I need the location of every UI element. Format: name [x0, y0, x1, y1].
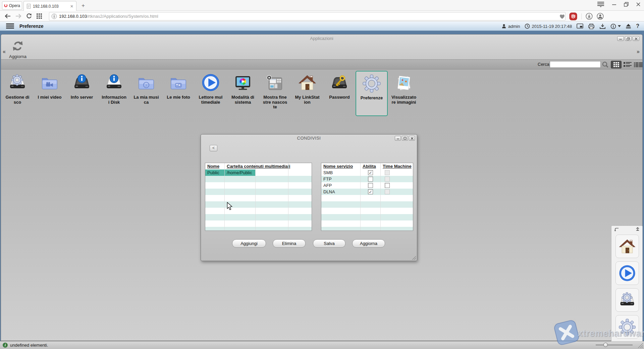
app-my-music[interactable]: ♪ La mia musi ca — [130, 71, 162, 115]
app-disk-info[interactable]: Informazion i Disk — [98, 71, 130, 115]
collapse-left-chevron[interactable]: « — [3, 49, 6, 55]
app-image-viewer[interactable]: Visualizzato re immagini — [388, 71, 420, 115]
info-dropdown-icon[interactable] — [610, 23, 621, 29]
abilita-checkbox-afp[interactable] — [368, 183, 373, 188]
service-row[interactable] — [321, 220, 413, 227]
salva-button[interactable]: Salva — [313, 239, 345, 248]
dialog-close-icon[interactable] — [409, 136, 415, 141]
shares-col-cartella[interactable]: Cartella contenuti multimediali — [225, 163, 256, 169]
dialog-maximize-icon[interactable] — [402, 136, 408, 141]
tab-close-icon[interactable]: ✕ — [70, 4, 73, 9]
restore-icon[interactable] — [624, 2, 629, 7]
services-table[interactable]: Nome servizioAbilitaTime MachineSMB✓FTPA… — [321, 163, 413, 231]
download-tray-icon[interactable] — [599, 23, 606, 29]
service-row[interactable] — [321, 214, 413, 220]
app-my-photos[interactable]: Le mie foto — [162, 71, 195, 115]
share-row[interactable] — [205, 214, 312, 220]
services-col-abilita[interactable]: Abilita — [361, 163, 381, 169]
app-show-hidden-windows[interactable]: Mostra fine stre nascos te — [259, 71, 291, 115]
service-row[interactable]: DLNA✓ — [321, 189, 413, 195]
services-col-timemachine[interactable]: Time Machine — [381, 163, 413, 169]
aggiungi-button[interactable]: Aggiungi — [232, 239, 266, 248]
dock-media-player[interactable] — [615, 261, 639, 285]
share-row[interactable] — [205, 208, 312, 214]
timemachine-checkbox-afp[interactable] — [385, 183, 390, 188]
window-minimize-icon[interactable] — [617, 36, 624, 41]
service-row[interactable] — [321, 227, 413, 231]
site-badge-icon[interactable] — [51, 13, 57, 19]
service-row[interactable] — [321, 208, 413, 214]
app-my-videos[interactable]: I miei video — [34, 71, 66, 115]
app-disk-manager[interactable]: Gestione di sco — [1, 71, 34, 115]
remote-window-icon[interactable] — [577, 23, 583, 29]
app-preferences[interactable]: Preferenze — [356, 71, 388, 116]
abilita-checkbox-dlna[interactable]: ✓ — [368, 189, 373, 194]
dialog-back-button[interactable]: < — [210, 145, 217, 151]
forward-icon[interactable] — [15, 14, 21, 18]
window-restore-icon[interactable] — [625, 36, 632, 41]
share-row[interactable] — [205, 176, 312, 182]
app-system-mode[interactable]: Modalità di sistema — [227, 71, 259, 115]
speeddial-grid-icon[interactable] — [37, 13, 42, 19]
account-icon[interactable] — [597, 13, 604, 20]
dock-disk-manager[interactable] — [615, 288, 639, 312]
app-my-linkstation[interactable]: My LinkStat ion — [291, 71, 323, 115]
service-row[interactable]: AFP — [321, 182, 413, 189]
reload-icon[interactable] — [26, 13, 32, 19]
dock-return-icon[interactable] — [614, 227, 619, 232]
app-media-player[interactable]: Lettore mul timediale — [195, 71, 227, 115]
back-icon[interactable] — [5, 14, 11, 18]
dialog-minimize-icon[interactable] — [395, 136, 401, 141]
refresh-label: Aggiorna — [7, 54, 29, 59]
minimize-icon[interactable] — [612, 2, 616, 7]
help-icon[interactable]: ? — [636, 23, 639, 29]
url-field[interactable]: 192.168.0.103/rtknas2/Applications/Syste… — [49, 12, 566, 20]
window-close-icon[interactable] — [633, 36, 639, 41]
shares-col-nome[interactable]: Nome — [205, 163, 225, 169]
service-row[interactable]: SMB✓ — [321, 169, 413, 176]
view-grid-icon[interactable] — [611, 61, 622, 68]
browser-menu-icon[interactable] — [597, 1, 604, 7]
printer-icon[interactable] — [588, 23, 595, 29]
abilita-checkbox-ftp[interactable] — [368, 177, 373, 182]
opera-logo-icon — [4, 3, 8, 8]
search-icon[interactable] — [602, 61, 608, 69]
abilita-checkbox-smb[interactable]: ✓ — [368, 170, 373, 175]
share-row[interactable] — [205, 182, 312, 189]
share-row[interactable] — [205, 227, 312, 231]
downloads-icon[interactable] — [586, 13, 593, 20]
search-input[interactable] — [550, 61, 601, 68]
app-server-info[interactable]: Info server — [66, 71, 98, 115]
browser-tab[interactable]: 192.168.0.103 ✕ — [23, 1, 76, 11]
close-window-icon[interactable] — [636, 2, 641, 7]
elimina-button[interactable]: Elimina — [273, 239, 306, 248]
bookmark-heart-icon[interactable] — [559, 14, 565, 19]
dialog-resize-grip[interactable] — [412, 256, 416, 260]
share-row[interactable] — [205, 220, 312, 227]
share-row[interactable] — [205, 201, 312, 208]
expand-right-chevron[interactable]: » — [637, 49, 640, 55]
service-row[interactable] — [321, 201, 413, 208]
new-tab-button[interactable]: + — [80, 2, 87, 9]
opera-menu-button[interactable]: Opera — [2, 1, 22, 10]
refresh-button[interactable]: Aggiorna — [7, 40, 29, 59]
view-details-icon[interactable] — [633, 61, 644, 68]
share-row[interactable]: Public/home/Public — [205, 169, 312, 176]
service-row[interactable]: FTP — [321, 176, 413, 182]
dock-collapse-icon[interactable] — [636, 227, 640, 232]
menu-icon[interactable] — [6, 23, 14, 29]
share-row[interactable] — [205, 195, 312, 201]
services-col-nome[interactable]: Nome servizio — [321, 163, 361, 169]
zoom-slider-thumb[interactable] — [603, 343, 608, 347]
aggiorna-button[interactable]: Aggiorna — [352, 239, 385, 248]
zoom-slider-track[interactable] — [596, 345, 633, 345]
service-row[interactable] — [321, 195, 413, 201]
my-linkstation-icon — [618, 237, 637, 256]
shares-table[interactable]: NomeCartella contenuti multimedialiPubli… — [205, 163, 312, 231]
share-row[interactable] — [205, 189, 312, 195]
adblock-badge-icon[interactable] — [569, 12, 577, 20]
view-list-icon[interactable] — [622, 61, 633, 68]
dock-my-linkstation[interactable] — [615, 235, 639, 258]
eject-icon[interactable] — [626, 23, 631, 29]
app-password[interactable]: Password — [323, 71, 356, 115]
